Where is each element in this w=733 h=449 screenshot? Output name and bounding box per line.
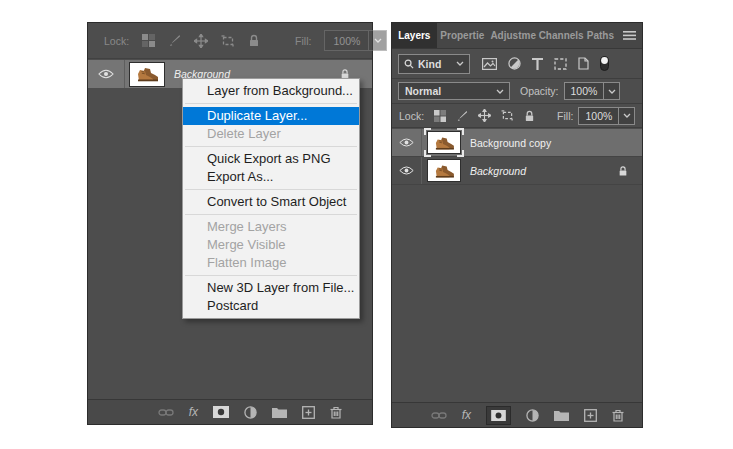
layers-list: Background copy Background bbox=[392, 129, 642, 185]
selection-bracket bbox=[457, 128, 464, 135]
chevron-down-icon[interactable] bbox=[368, 31, 386, 50]
eye-icon bbox=[98, 69, 114, 79]
adjustment-layer-icon[interactable] bbox=[244, 406, 257, 419]
chevron-down-icon[interactable] bbox=[618, 108, 634, 124]
opacity-value: 100% bbox=[565, 85, 604, 97]
lock-artboard-icon[interactable] bbox=[501, 110, 514, 121]
layers-panel-footer: fx bbox=[392, 402, 642, 427]
lock-position-move-icon[interactable] bbox=[478, 109, 491, 122]
delete-layer-trash-icon[interactable] bbox=[330, 406, 342, 419]
lock-toolbar: Lock: Fill: 100% bbox=[392, 104, 642, 128]
lock-label: Lock: bbox=[399, 110, 424, 122]
filter-smart-objects-icon[interactable] bbox=[578, 57, 589, 70]
layer-filter-row: Kind bbox=[392, 49, 642, 79]
lock-position-move-icon[interactable] bbox=[194, 34, 208, 48]
menu-separator bbox=[185, 189, 357, 190]
chevron-down-icon bbox=[496, 89, 504, 94]
lock-label: Lock: bbox=[104, 35, 129, 47]
link-layers-icon[interactable] bbox=[431, 411, 447, 420]
eye-icon bbox=[399, 166, 414, 175]
lock-transparency-icon[interactable] bbox=[434, 110, 446, 122]
lock-all-icon[interactable] bbox=[248, 34, 260, 47]
hamburger-menu-icon bbox=[623, 31, 636, 40]
opacity-label: Opacity: bbox=[520, 85, 559, 97]
new-group-folder-icon[interactable] bbox=[554, 409, 569, 421]
lock-artboard-icon[interactable] bbox=[221, 35, 235, 47]
menu-separator bbox=[185, 275, 357, 276]
menu-item-flatten-image: Flatten Image bbox=[183, 254, 359, 272]
fill-value: 100% bbox=[325, 35, 368, 47]
chevron-down-icon[interactable] bbox=[603, 83, 619, 99]
selection-bracket bbox=[424, 150, 431, 157]
delete-layer-trash-icon[interactable] bbox=[612, 409, 624, 422]
menu-separator bbox=[185, 146, 357, 147]
layer-thumbnail[interactable] bbox=[427, 159, 461, 182]
new-layer-icon[interactable] bbox=[584, 409, 597, 422]
lock-pixels-brush-icon[interactable] bbox=[168, 34, 181, 47]
filter-pixel-layers-icon[interactable] bbox=[482, 58, 497, 70]
lock-transparency-icon[interactable] bbox=[142, 34, 155, 47]
selection-bracket bbox=[457, 150, 464, 157]
menu-item-export-as[interactable]: Export As... bbox=[183, 168, 359, 186]
menu-separator bbox=[185, 103, 357, 104]
blend-mode-value: Normal bbox=[405, 85, 441, 97]
add-layer-mask-icon[interactable] bbox=[213, 406, 229, 418]
panel-tab-strip: Layers Propertie Adjustme Channels Paths bbox=[392, 23, 642, 49]
menu-separator bbox=[185, 214, 357, 215]
layer-context-menu: Layer from Background... Duplicate Layer… bbox=[182, 78, 360, 319]
menu-item-layer-from-background[interactable]: Layer from Background... bbox=[183, 82, 359, 100]
visibility-toggle[interactable] bbox=[392, 157, 422, 184]
tab-properties[interactable]: Propertie bbox=[437, 23, 488, 48]
layer-row-background-copy[interactable]: Background copy bbox=[392, 129, 642, 157]
menu-item-duplicate-layer[interactable]: Duplicate Layer... bbox=[183, 107, 359, 125]
lock-toolbar: Lock: Fill: 100% bbox=[88, 23, 372, 59]
locked-layer-lock-icon bbox=[618, 165, 628, 177]
menu-item-postcard[interactable]: Postcard bbox=[183, 297, 359, 315]
menu-item-merge-visible: Merge Visible bbox=[183, 236, 359, 254]
tab-layers[interactable]: Layers bbox=[392, 23, 437, 48]
link-layers-icon[interactable] bbox=[158, 408, 174, 417]
menu-item-quick-export-png[interactable]: Quick Export as PNG bbox=[183, 150, 359, 168]
menu-item-delete-layer: Delete Layer bbox=[183, 125, 359, 143]
tab-paths[interactable]: Paths bbox=[584, 23, 617, 48]
filter-shape-layers-icon[interactable] bbox=[554, 58, 567, 70]
fill-value-dropdown[interactable]: 100% bbox=[324, 30, 387, 51]
eye-icon bbox=[399, 138, 414, 147]
fill-value-dropdown[interactable]: 100% bbox=[578, 107, 635, 125]
opacity-value-dropdown[interactable]: 100% bbox=[564, 82, 621, 100]
menu-item-convert-smart-object[interactable]: Convert to Smart Object bbox=[183, 193, 359, 211]
blend-mode-dropdown[interactable]: Normal bbox=[398, 82, 510, 100]
search-icon bbox=[404, 59, 414, 69]
visibility-toggle[interactable] bbox=[88, 60, 125, 88]
menu-item-merge-layers: Merge Layers bbox=[183, 218, 359, 236]
visibility-toggle[interactable] bbox=[392, 129, 422, 156]
blend-mode-row: Normal Opacity: 100% bbox=[392, 79, 642, 104]
screenshot-canvas: Lock: Fill: 100% bbox=[0, 0, 733, 449]
chevron-down-icon bbox=[456, 61, 464, 66]
layer-thumbnail-selected[interactable] bbox=[427, 131, 461, 154]
lock-pixels-brush-icon[interactable] bbox=[456, 110, 468, 122]
lock-all-icon[interactable] bbox=[524, 110, 535, 122]
layers-panel-footer: fx bbox=[88, 399, 372, 424]
filter-type-icons bbox=[482, 56, 609, 71]
adjustment-layer-icon[interactable] bbox=[526, 409, 539, 422]
menu-item-new-3d-layer[interactable]: New 3D Layer from File... bbox=[183, 279, 359, 297]
selection-bracket bbox=[424, 128, 431, 135]
filter-adjustment-layers-icon[interactable] bbox=[508, 57, 521, 70]
fill-group: Fill: 100% bbox=[557, 107, 635, 125]
layer-thumbnail[interactable] bbox=[129, 62, 165, 87]
fill-label: Fill: bbox=[295, 35, 311, 47]
add-layer-mask-icon[interactable] bbox=[486, 406, 511, 425]
filter-kind-dropdown[interactable]: Kind bbox=[398, 54, 470, 74]
fill-label: Fill: bbox=[557, 110, 573, 122]
filter-toggle-switch[interactable] bbox=[600, 56, 609, 71]
tab-channels[interactable]: Channels bbox=[538, 23, 584, 48]
layer-row-background[interactable]: Background bbox=[392, 157, 642, 185]
new-layer-icon[interactable] bbox=[302, 406, 315, 419]
tab-adjustments[interactable]: Adjustme bbox=[488, 23, 538, 48]
layer-styles-fx-icon[interactable]: fx bbox=[189, 406, 198, 418]
filter-type-layers-icon[interactable] bbox=[532, 58, 543, 70]
layer-styles-fx-icon[interactable]: fx bbox=[462, 409, 471, 421]
panel-menu-button[interactable] bbox=[617, 23, 642, 48]
new-group-folder-icon[interactable] bbox=[272, 406, 287, 418]
